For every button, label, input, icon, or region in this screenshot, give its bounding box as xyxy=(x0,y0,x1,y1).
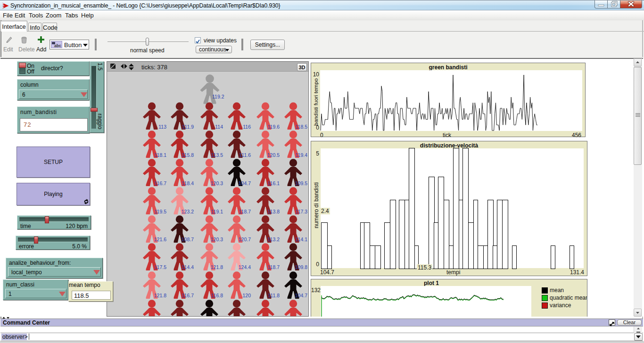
svg-text:118.7: 118.7 xyxy=(239,209,251,214)
svg-text:119.2: 119.2 xyxy=(212,94,224,99)
svg-text:118.5: 118.5 xyxy=(296,124,308,130)
svg-text:113.2: 113.2 xyxy=(268,237,280,242)
svg-text:114.4: 114.4 xyxy=(182,264,194,270)
svg-text:111.9: 111.9 xyxy=(182,124,194,130)
svg-text:113: 113 xyxy=(158,124,166,130)
svg-text:120.7: 120.7 xyxy=(239,237,251,242)
svg-text:118.1: 118.1 xyxy=(155,152,167,158)
svg-text:113.5: 113.5 xyxy=(211,152,223,158)
svg-text:111.6: 111.6 xyxy=(239,152,251,158)
svg-text:118.4: 118.4 xyxy=(182,180,194,186)
svg-text:116.1: 116.1 xyxy=(268,180,280,186)
svg-text:115.8: 115.8 xyxy=(182,152,194,158)
svg-text:121.8: 121.8 xyxy=(211,264,223,270)
svg-text:117.3: 117.3 xyxy=(296,209,308,214)
svg-text:119.1: 119.1 xyxy=(211,209,223,214)
svg-text:119.5: 119.5 xyxy=(155,209,167,214)
svg-text:116: 116 xyxy=(243,124,251,130)
svg-text:121.6: 121.6 xyxy=(154,237,166,242)
svg-text:124.4: 124.4 xyxy=(239,264,251,270)
svg-text:120.3: 120.3 xyxy=(211,237,223,242)
svg-text:118.7: 118.7 xyxy=(268,264,280,270)
svg-text:116.8: 116.8 xyxy=(211,293,223,298)
svg-text:111.8: 111.8 xyxy=(268,293,280,298)
svg-text:114.1: 114.1 xyxy=(296,237,308,242)
svg-text:121.8: 121.8 xyxy=(154,293,166,298)
svg-text:119.4: 119.4 xyxy=(296,152,308,158)
svg-text:104.7: 104.7 xyxy=(295,293,307,298)
svg-text:109.8: 109.8 xyxy=(295,264,307,270)
svg-text:114: 114 xyxy=(215,124,223,130)
svg-text:116.7: 116.7 xyxy=(155,180,167,186)
svg-text:113.8: 113.8 xyxy=(268,209,280,214)
svg-text:109.5: 109.5 xyxy=(295,180,307,186)
svg-text:120: 120 xyxy=(242,293,251,298)
svg-text:116.7: 116.7 xyxy=(182,293,194,298)
svg-text:119.6: 119.6 xyxy=(268,124,280,130)
svg-text:108.7: 108.7 xyxy=(182,237,194,242)
svg-text:123.2: 123.2 xyxy=(182,209,194,214)
svg-text:120.5: 120.5 xyxy=(267,152,280,158)
svg-text:117.5: 117.5 xyxy=(155,264,167,270)
svg-text:104.7: 104.7 xyxy=(239,180,251,186)
svg-text:120.3: 120.3 xyxy=(211,180,223,186)
